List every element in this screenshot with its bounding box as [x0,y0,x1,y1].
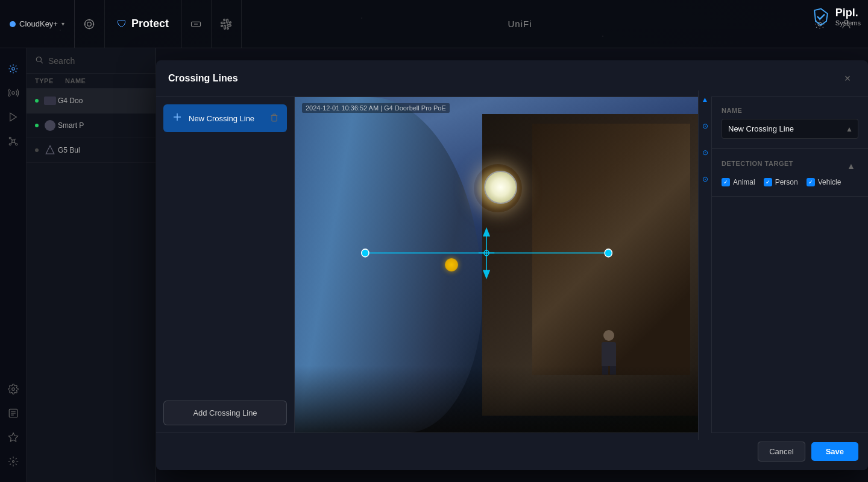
cloud-key-chevron-icon: ▾ [61,21,64,27]
svg-point-40 [362,249,369,257]
device-table-header: Type Name [27,74,156,89]
device-status-dot-0 [35,99,39,103]
dialog-title: Crossing Lines [168,73,238,84]
svg-point-34 [12,461,14,463]
svg-point-24 [9,137,11,139]
search-box [27,48,156,74]
svg-point-29 [11,388,14,391]
device-row-2[interactable]: G5 Bul [27,138,156,163]
detection-label: Detection Target [722,160,793,167]
person-checkbox[interactable] [764,178,772,186]
pipl-icon [810,6,832,28]
col-name-header: Name [65,77,147,84]
svg-point-19 [11,92,14,95]
top-navbar: CloudKey+ ▾ 🛡 Protect [0,0,868,48]
cloud-key-status-dot [10,21,16,27]
search-input[interactable] [48,56,147,66]
unifi-title: UniFi [508,19,532,29]
protect-nav-btn[interactable]: 🛡 Protect [105,0,181,48]
device-name-1: Smart P [58,121,147,130]
search-icon [35,55,43,66]
crossing-list-spacer [163,137,287,396]
svg-point-41 [605,249,612,257]
dialog-header: Crossing Lines × [156,60,868,97]
svg-point-35 [36,57,41,62]
device-status-dot-2 [35,148,39,152]
main-content: Type Name G4 Doo Smart P G5 Bul [27,48,868,482]
device-list-panel: Type Name G4 Doo Smart P G5 Bul [27,48,156,482]
camera-rect-icon-0 [44,97,56,105]
svg-point-18 [11,68,14,71]
name-input[interactable] [722,119,841,138]
detection-target-vehicle[interactable]: Vehicle [807,178,841,186]
name-chevron-icon[interactable]: ▲ [841,120,858,138]
sidebar-item-analytics[interactable] [2,130,24,152]
crossing-lines-dialog: Crossing Lines × New Crossing Line [156,60,868,470]
pipl-text-block: Pipl. Systems [835,7,861,27]
animal-checkbox[interactable] [722,178,730,186]
protect-label: Protect [131,17,169,30]
pipl-name: Pipl. [835,7,861,19]
crossing-line-svg [295,97,711,433]
svg-marker-45 [483,227,490,236]
sidebar-item-settings[interactable] [2,378,24,400]
cloud-key-selector[interactable]: CloudKey+ ▾ [0,0,75,48]
svg-marker-20 [10,113,16,121]
dialog-close-button[interactable]: × [839,70,856,87]
sidebar-item-alerts[interactable] [2,427,24,448]
detection-targets: Animal Person Vehicle [722,178,858,186]
device-row-0[interactable]: G4 Doo [27,89,156,113]
crossing-item-0[interactable]: New Crossing Line [163,104,287,132]
crossing-list: New Crossing Line Add Crossing Line [156,97,295,433]
detection-target-person[interactable]: Person [764,178,798,186]
protect-shield-icon: 🛡 [117,19,127,30]
device-icon-2 [42,144,58,156]
settings-name-label: Name [722,107,858,114]
device-icon-0 [42,95,58,107]
crossing-line-icon [172,112,183,125]
sidebar-item-system[interactable] [2,451,24,472]
svg-point-1 [87,22,92,26]
crossing-settings-panel: ▲ ⊙ ⊙ ⊙ Name ▲ Detection Target [711,97,868,433]
nav-device-icon-btn[interactable] [181,0,212,48]
crossing-item-label-0: New Crossing Line [189,114,264,123]
dialog-body: New Crossing Line Add Crossing Line [156,97,868,433]
svg-line-25 [11,139,12,140]
nav-target-icon-btn[interactable] [75,0,105,48]
svg-line-26 [14,139,15,140]
svg-point-22 [9,144,11,145]
svg-line-27 [11,142,12,144]
cancel-button[interactable]: Cancel [758,442,805,461]
sidebar-item-home[interactable] [2,58,24,80]
device-icon-1 [42,119,58,132]
cloud-key-label: CloudKey+ [19,19,58,28]
svg-marker-46 [483,270,490,279]
pipl-systems: Systems [835,19,861,27]
sidebar-item-live[interactable] [2,82,24,104]
detection-target-animal[interactable]: Animal [722,178,755,186]
save-button[interactable]: Save [811,442,858,461]
detection-section-header: Detection Target ▲ [722,159,858,173]
device-status-dot-1 [35,124,39,127]
crossing-item-delete-0[interactable] [270,113,278,124]
person-label: Person [775,178,798,186]
dialog-footer: Cancel Save [156,433,868,470]
camera-feed: 2024-12-01 10:36:52 AM | G4 Doorbell Pro… [295,97,711,433]
add-crossing-line-button[interactable]: Add Crossing Line [163,401,287,425]
settings-name-section: Name ▲ [712,97,868,149]
settings-spacer [712,197,868,433]
camera-circle-icon-1 [45,120,55,131]
nav-center: UniFi [242,19,798,29]
device-name-0: G4 Doo [58,97,147,105]
sidebar-item-logs[interactable] [2,402,24,424]
left-sidebar [0,48,27,482]
nav-protect-camera-icon-btn[interactable] [212,0,242,48]
vehicle-checkbox[interactable] [807,178,815,186]
animal-label: Animal [733,178,755,186]
device-row-1[interactable]: Smart P [27,113,156,138]
sidebar-item-playback[interactable] [2,106,24,128]
pipl-logo: Pipl. Systems [810,6,861,28]
settings-detection-section: Detection Target ▲ Animal Person [712,149,868,197]
detection-collapse-btn[interactable]: ▲ [844,159,858,173]
svg-point-0 [85,19,94,28]
